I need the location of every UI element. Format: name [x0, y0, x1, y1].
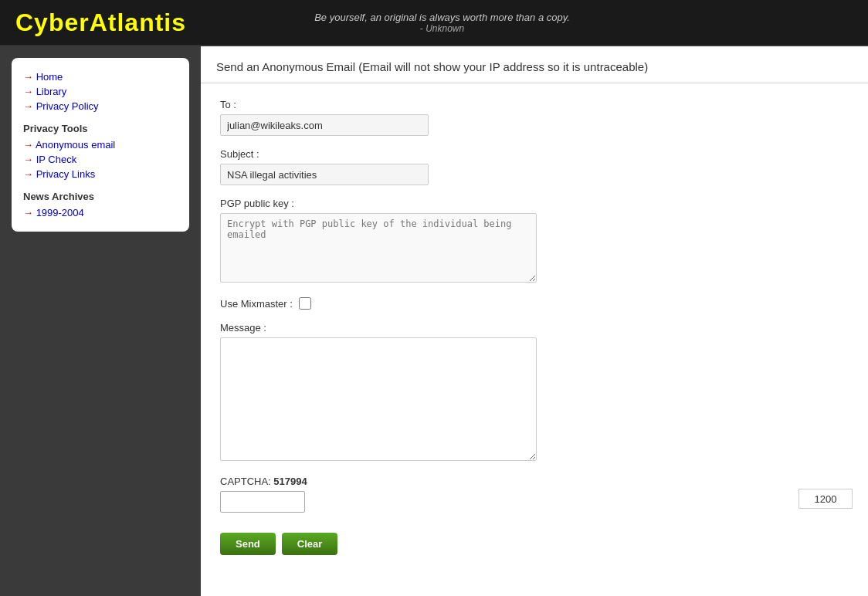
tagline-author: - Unknown — [314, 23, 570, 34]
mixmaster-checkbox[interactable] — [299, 297, 311, 310]
sidebar: Home Library Privacy Policy Privacy Tool… — [0, 46, 201, 596]
captcha-input[interactable] — [220, 491, 305, 513]
main-layout: Home Library Privacy Policy Privacy Tool… — [0, 46, 868, 596]
content-area: Send an Anonymous Email (Email will not … — [201, 46, 868, 596]
sidebar-box: Home Library Privacy Policy Privacy Tool… — [12, 58, 189, 232]
to-row: To : — [220, 99, 849, 136]
tagline-text: Be yourself, an original is always worth… — [314, 12, 570, 23]
clear-button[interactable]: Clear — [282, 533, 338, 555]
to-label: To : — [220, 99, 849, 110]
counter-box: 1200 — [798, 489, 853, 509]
message-label: Message : — [220, 322, 849, 334]
sidebar-item-library[interactable]: Library — [23, 84, 178, 99]
captcha-value: 517994 — [273, 476, 307, 487]
captcha-label: CAPTCHA: 517994 — [220, 476, 849, 487]
send-button[interactable]: Send — [220, 533, 276, 555]
site-logo: CyberAtlantis — [15, 8, 186, 37]
sidebar-item-1999-2004[interactable]: 1999-2004 — [23, 205, 178, 220]
pgp-textarea[interactable] — [220, 213, 537, 283]
pgp-label: PGP public key : — [220, 198, 849, 209]
message-textarea[interactable] — [220, 337, 537, 461]
message-row: Message : — [220, 322, 849, 463]
to-input[interactable] — [220, 114, 429, 136]
sidebar-item-privacy-links[interactable]: Privacy Links — [23, 167, 178, 181]
sidebar-item-anonymous-email[interactable]: Anonymous email — [23, 137, 178, 152]
page-title: Send an Anonymous Email (Email will not … — [216, 60, 853, 73]
sidebar-item-privacy-policy[interactable]: Privacy Policy — [23, 99, 178, 113]
buttons-row: Send Clear — [220, 533, 849, 555]
mixmaster-row: Use Mixmaster : — [220, 297, 849, 310]
subject-row: Subject : — [220, 148, 849, 185]
captcha-row: CAPTCHA: 517994 — [220, 476, 849, 513]
news-archives-heading: News Archives — [23, 191, 178, 202]
mixmaster-label: Use Mixmaster : — [220, 298, 293, 310]
privacy-tools-heading: Privacy Tools — [23, 123, 178, 134]
subject-label: Subject : — [220, 148, 849, 160]
form-area: To : Subject : PGP public key : Use Mixm… — [201, 83, 868, 571]
sidebar-item-home[interactable]: Home — [23, 69, 178, 84]
subject-input[interactable] — [220, 164, 429, 185]
header: CyberAtlantis Be yourself, an original i… — [0, 0, 868, 46]
tagline: Be yourself, an original is always worth… — [314, 12, 570, 34]
pgp-row: PGP public key : — [220, 198, 849, 285]
sidebar-item-ip-check[interactable]: IP Check — [23, 152, 178, 167]
page-title-bar: Send an Anonymous Email (Email will not … — [201, 46, 868, 83]
